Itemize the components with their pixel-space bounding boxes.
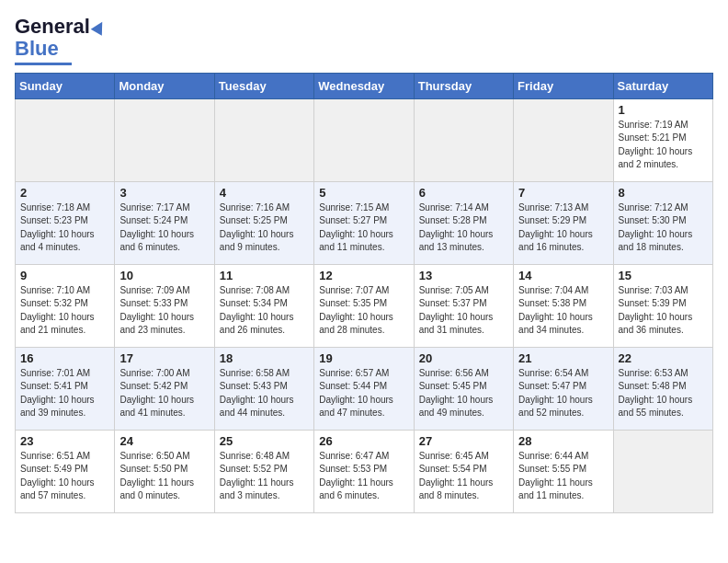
logo-triangle-icon xyxy=(91,18,108,35)
day-number: 21 xyxy=(518,351,608,365)
day-info: Sunrise: 7:19 AM Sunset: 5:21 PM Dayligh… xyxy=(619,119,708,172)
day-number: 6 xyxy=(419,186,508,200)
calendar-cell: 23Sunrise: 6:51 AM Sunset: 5:49 PM Dayli… xyxy=(16,430,115,512)
calendar-cell: 3Sunrise: 7:17 AM Sunset: 5:24 PM Daylig… xyxy=(115,181,214,264)
day-number: 10 xyxy=(119,269,209,282)
day-info: Sunrise: 6:45 AM Sunset: 5:54 PM Dayligh… xyxy=(419,450,508,503)
day-info: Sunrise: 6:44 AM Sunset: 5:55 PM Dayligh… xyxy=(518,450,608,503)
day-number: 17 xyxy=(119,351,209,365)
day-number: 24 xyxy=(119,434,209,448)
day-number: 19 xyxy=(319,351,408,365)
day-number: 9 xyxy=(20,269,109,282)
weekday-header-saturday: Saturday xyxy=(613,73,712,98)
calendar-cell xyxy=(514,98,613,181)
calendar-cell: 16Sunrise: 7:01 AM Sunset: 5:41 PM Dayli… xyxy=(16,347,115,430)
week-row-5: 23Sunrise: 6:51 AM Sunset: 5:49 PM Dayli… xyxy=(16,430,713,512)
calendar-cell: 18Sunrise: 6:58 AM Sunset: 5:43 PM Dayli… xyxy=(214,347,313,430)
calendar-cell: 13Sunrise: 7:05 AM Sunset: 5:37 PM Dayli… xyxy=(414,264,513,347)
day-number: 11 xyxy=(220,269,309,282)
day-number: 16 xyxy=(20,351,109,365)
week-row-3: 9Sunrise: 7:10 AM Sunset: 5:32 PM Daylig… xyxy=(16,264,713,347)
calendar-cell: 8Sunrise: 7:12 AM Sunset: 5:30 PM Daylig… xyxy=(613,181,712,264)
day-number: 4 xyxy=(220,186,309,200)
day-number: 8 xyxy=(619,186,708,200)
day-number: 3 xyxy=(119,186,209,200)
calendar-cell: 1Sunrise: 7:19 AM Sunset: 5:21 PM Daylig… xyxy=(613,98,712,181)
calendar-cell: 9Sunrise: 7:10 AM Sunset: 5:32 PM Daylig… xyxy=(16,264,115,347)
calendar-cell: 5Sunrise: 7:15 AM Sunset: 5:27 PM Daylig… xyxy=(314,181,414,264)
day-info: Sunrise: 7:04 AM Sunset: 5:38 PM Dayligh… xyxy=(518,284,608,338)
day-number: 25 xyxy=(220,434,309,448)
calendar-cell: 7Sunrise: 7:13 AM Sunset: 5:29 PM Daylig… xyxy=(514,181,613,264)
calendar-cell xyxy=(613,430,712,512)
day-number: 14 xyxy=(518,269,608,282)
calendar-cell: 25Sunrise: 6:48 AM Sunset: 5:52 PM Dayli… xyxy=(214,430,313,512)
day-number: 27 xyxy=(419,434,508,448)
calendar-cell: 4Sunrise: 7:16 AM Sunset: 5:25 PM Daylig… xyxy=(214,181,313,264)
day-info: Sunrise: 6:47 AM Sunset: 5:53 PM Dayligh… xyxy=(319,450,408,503)
page-header: General Blue xyxy=(15,15,713,65)
logo-blue: Blue xyxy=(15,37,59,61)
calendar-cell: 6Sunrise: 7:14 AM Sunset: 5:28 PM Daylig… xyxy=(414,181,513,264)
day-info: Sunrise: 7:09 AM Sunset: 5:33 PM Dayligh… xyxy=(119,284,209,338)
week-row-2: 2Sunrise: 7:18 AM Sunset: 5:23 PM Daylig… xyxy=(16,181,713,264)
day-info: Sunrise: 7:00 AM Sunset: 5:42 PM Dayligh… xyxy=(119,367,209,420)
calendar-cell: 15Sunrise: 7:03 AM Sunset: 5:39 PM Dayli… xyxy=(613,264,712,347)
calendar-cell: 28Sunrise: 6:44 AM Sunset: 5:55 PM Dayli… xyxy=(514,430,613,512)
calendar-cell xyxy=(16,98,115,181)
day-info: Sunrise: 6:51 AM Sunset: 5:49 PM Dayligh… xyxy=(20,450,109,503)
day-info: Sunrise: 7:12 AM Sunset: 5:30 PM Dayligh… xyxy=(619,201,708,255)
calendar-cell: 12Sunrise: 7:07 AM Sunset: 5:35 PM Dayli… xyxy=(314,264,414,347)
weekday-header-wednesday: Wednesday xyxy=(314,73,414,98)
calendar-cell: 10Sunrise: 7:09 AM Sunset: 5:33 PM Dayli… xyxy=(115,264,214,347)
logo-general: General xyxy=(15,15,90,39)
calendar-cell xyxy=(314,98,414,181)
day-number: 5 xyxy=(319,186,408,200)
day-info: Sunrise: 7:01 AM Sunset: 5:41 PM Dayligh… xyxy=(20,367,109,420)
calendar-cell: 20Sunrise: 6:56 AM Sunset: 5:45 PM Dayli… xyxy=(414,347,513,430)
day-number: 18 xyxy=(220,351,309,365)
day-info: Sunrise: 7:05 AM Sunset: 5:37 PM Dayligh… xyxy=(419,284,508,338)
day-number: 13 xyxy=(419,269,508,282)
day-number: 1 xyxy=(619,103,708,117)
day-number: 7 xyxy=(518,186,608,200)
calendar-cell xyxy=(414,98,513,181)
calendar-cell: 22Sunrise: 6:53 AM Sunset: 5:48 PM Dayli… xyxy=(613,347,712,430)
day-info: Sunrise: 6:48 AM Sunset: 5:52 PM Dayligh… xyxy=(220,450,309,503)
day-info: Sunrise: 7:14 AM Sunset: 5:28 PM Dayligh… xyxy=(419,201,508,255)
calendar-cell: 19Sunrise: 6:57 AM Sunset: 5:44 PM Dayli… xyxy=(314,347,414,430)
day-number: 26 xyxy=(319,434,408,448)
day-info: Sunrise: 6:56 AM Sunset: 5:45 PM Dayligh… xyxy=(419,367,508,420)
calendar-cell: 2Sunrise: 7:18 AM Sunset: 5:23 PM Daylig… xyxy=(16,181,115,264)
calendar-cell: 26Sunrise: 6:47 AM Sunset: 5:53 PM Dayli… xyxy=(314,430,414,512)
weekday-header-tuesday: Tuesday xyxy=(214,73,313,98)
week-row-1: 1Sunrise: 7:19 AM Sunset: 5:21 PM Daylig… xyxy=(16,98,713,181)
day-info: Sunrise: 6:50 AM Sunset: 5:50 PM Dayligh… xyxy=(119,450,209,503)
calendar-cell: 27Sunrise: 6:45 AM Sunset: 5:54 PM Dayli… xyxy=(414,430,513,512)
calendar-cell: 21Sunrise: 6:54 AM Sunset: 5:47 PM Dayli… xyxy=(514,347,613,430)
day-info: Sunrise: 6:58 AM Sunset: 5:43 PM Dayligh… xyxy=(220,367,309,420)
week-row-4: 16Sunrise: 7:01 AM Sunset: 5:41 PM Dayli… xyxy=(16,347,713,430)
day-info: Sunrise: 7:15 AM Sunset: 5:27 PM Dayligh… xyxy=(319,201,408,255)
logo-underline xyxy=(15,63,72,65)
calendar-cell xyxy=(214,98,313,181)
day-number: 23 xyxy=(20,434,109,448)
day-info: Sunrise: 7:17 AM Sunset: 5:24 PM Dayligh… xyxy=(119,201,209,255)
weekday-header-sunday: Sunday xyxy=(16,73,115,98)
day-info: Sunrise: 7:08 AM Sunset: 5:34 PM Dayligh… xyxy=(220,284,309,338)
day-number: 22 xyxy=(619,351,708,365)
day-info: Sunrise: 6:53 AM Sunset: 5:48 PM Dayligh… xyxy=(619,367,708,420)
day-number: 20 xyxy=(419,351,508,365)
day-info: Sunrise: 7:13 AM Sunset: 5:29 PM Dayligh… xyxy=(518,201,608,255)
day-info: Sunrise: 6:54 AM Sunset: 5:47 PM Dayligh… xyxy=(518,367,608,420)
day-number: 15 xyxy=(619,269,708,282)
weekday-header-monday: Monday xyxy=(115,73,214,98)
day-info: Sunrise: 7:03 AM Sunset: 5:39 PM Dayligh… xyxy=(619,284,708,338)
day-number: 12 xyxy=(319,269,408,282)
day-info: Sunrise: 7:18 AM Sunset: 5:23 PM Dayligh… xyxy=(20,201,109,255)
calendar-table: SundayMondayTuesdayWednesdayThursdayFrid… xyxy=(15,73,713,513)
calendar-cell: 17Sunrise: 7:00 AM Sunset: 5:42 PM Dayli… xyxy=(115,347,214,430)
day-info: Sunrise: 7:16 AM Sunset: 5:25 PM Dayligh… xyxy=(220,201,309,255)
day-number: 28 xyxy=(518,434,608,448)
day-info: Sunrise: 6:57 AM Sunset: 5:44 PM Dayligh… xyxy=(319,367,408,420)
